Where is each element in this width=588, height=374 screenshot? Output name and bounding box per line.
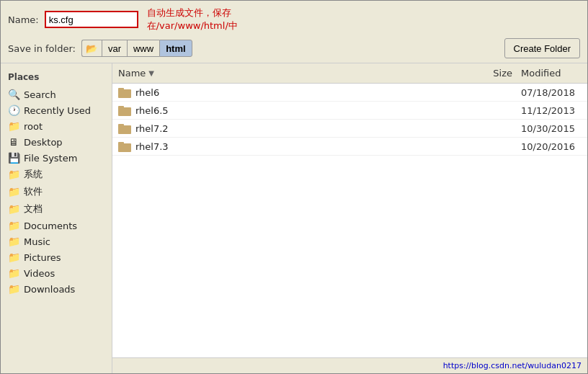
folder-icon	[118, 123, 131, 134]
save-label: Save in folder:	[8, 43, 76, 54]
sidebar: Places 🔍 Search 🕐 Recently Used 📁 root 🖥…	[1, 63, 112, 373]
folder-sys-icon: 📁	[8, 169, 19, 180]
folder-icon: 📁	[8, 120, 19, 132]
sidebar-item-label: Downloads	[24, 284, 75, 295]
sidebar-item-label: Search	[24, 89, 56, 100]
folder-pictures-icon: 📁	[8, 251, 19, 263]
file-name-cell: rhel6	[112, 86, 472, 98]
filename-input[interactable]	[45, 11, 138, 28]
sidebar-item-docs-cn[interactable]: 📁 文档	[1, 200, 112, 218]
sidebar-item-search[interactable]: 🔍 Search	[1, 86, 112, 102]
svg-rect-5	[118, 124, 124, 127]
sidebar-item-label: 系统	[24, 168, 43, 181]
file-area: Name ▼ Size Modified rhel6	[112, 63, 587, 373]
file-header: Name ▼ Size Modified	[112, 63, 587, 84]
sidebar-item-label: 文档	[24, 202, 43, 215]
file-modified-cell: 07/18/2018	[515, 87, 587, 98]
desktop-icon: 🖥	[8, 136, 19, 148]
save-row: Save in folder: 📂 var www html Create Fo…	[8, 38, 580, 58]
file-modified-cell: 11/12/2013	[515, 105, 587, 116]
file-name-cell: rhel7.2	[112, 123, 472, 134]
file-modified-cell: 10/20/2016	[515, 141, 587, 152]
svg-rect-7	[118, 142, 124, 145]
sidebar-item-pictures[interactable]: 📁 Pictures	[1, 249, 112, 265]
search-icon: 🔍	[8, 89, 19, 100]
bottom-bar: https://blog.csdn.net/wuludan0217	[112, 357, 587, 373]
svg-rect-1	[118, 88, 124, 91]
drive-icon: 💾	[8, 152, 19, 164]
main-area: Places 🔍 Search 🕐 Recently Used 📁 root 🖥…	[1, 63, 587, 373]
table-row[interactable]: rhel6 07/18/2018	[112, 84, 587, 102]
column-modified[interactable]: Modified	[515, 66, 587, 80]
sidebar-item-music[interactable]: 📁 Music	[1, 233, 112, 249]
sidebar-item-label: Pictures	[24, 252, 61, 263]
name-row: Name: 自动生成文件，保存 在/var/www/html/中	[8, 6, 580, 32]
file-name-cell: rhel6.5	[112, 104, 472, 116]
column-name[interactable]: Name ▼	[112, 66, 472, 80]
folder-docs-cn-icon: 📁	[8, 203, 19, 215]
sidebar-item-label: Music	[24, 236, 50, 247]
folder-icon	[118, 141, 131, 152]
sidebar-item-recently-used[interactable]: 🕐 Recently Used	[1, 102, 112, 118]
breadcrumb-icon-btn[interactable]: 📂	[81, 40, 102, 57]
folder-videos-icon: 📁	[8, 267, 19, 279]
folder-software-icon: 📁	[8, 186, 19, 197]
header-section: Name: 自动生成文件，保存 在/var/www/html/中 Save in…	[1, 1, 587, 63]
sidebar-header: Places	[1, 69, 112, 86]
folder-icon	[118, 104, 131, 116]
create-folder-button[interactable]: Create Folder	[504, 38, 580, 58]
file-name-cell: rhel7.3	[112, 141, 472, 152]
sort-arrow-icon: ▼	[148, 69, 154, 77]
file-list: rhel6 07/18/2018 rhel6.5 11/12/2013	[112, 84, 587, 357]
annotation: 自动生成文件，保存 在/var/www/html/中	[147, 6, 238, 32]
sidebar-item-label: Recently Used	[24, 105, 91, 116]
footer-url: https://blog.csdn.net/wuludan0217	[443, 361, 582, 370]
sidebar-item-label: 软件	[24, 185, 43, 198]
table-row[interactable]: rhel7.2 10/30/2015	[112, 120, 587, 138]
folder-icon	[118, 86, 131, 98]
sidebar-item-label: Desktop	[24, 137, 63, 148]
column-size[interactable]: Size	[472, 66, 515, 80]
table-row[interactable]: rhel7.3 10/20/2016	[112, 138, 587, 156]
sidebar-item-sys[interactable]: 📁 系统	[1, 166, 112, 183]
sidebar-item-label: Videos	[24, 268, 55, 279]
clock-icon: 🕐	[8, 104, 19, 116]
name-label: Name:	[8, 14, 39, 25]
folder-music-icon: 📁	[8, 236, 19, 247]
svg-rect-3	[118, 106, 124, 109]
sidebar-item-label: Documents	[24, 221, 77, 231]
breadcrumb-var[interactable]: var	[102, 40, 127, 57]
sidebar-item-downloads[interactable]: 📁 Downloads	[1, 281, 112, 297]
breadcrumb-area: 📂 var www html	[81, 40, 504, 57]
folder-documents-icon: 📁	[8, 220, 19, 231]
sidebar-item-label: File System	[24, 153, 77, 164]
sidebar-item-filesystem[interactable]: 💾 File System	[1, 150, 112, 166]
sidebar-item-desktop[interactable]: 🖥 Desktop	[1, 134, 112, 150]
sidebar-item-root[interactable]: 📁 root	[1, 118, 112, 134]
file-modified-cell: 10/30/2015	[515, 123, 587, 134]
sidebar-item-label: root	[24, 121, 43, 132]
sidebar-item-software[interactable]: 📁 软件	[1, 183, 112, 200]
sidebar-item-videos[interactable]: 📁 Videos	[1, 265, 112, 281]
breadcrumb-html[interactable]: html	[159, 40, 192, 57]
breadcrumb-www[interactable]: www	[127, 40, 159, 57]
sidebar-item-documents[interactable]: 📁 Documents	[1, 218, 112, 233]
save-dialog: Name: 自动生成文件，保存 在/var/www/html/中 Save in…	[0, 0, 588, 374]
table-row[interactable]: rhel6.5 11/12/2013	[112, 102, 587, 120]
folder-downloads-icon: 📁	[8, 283, 19, 295]
